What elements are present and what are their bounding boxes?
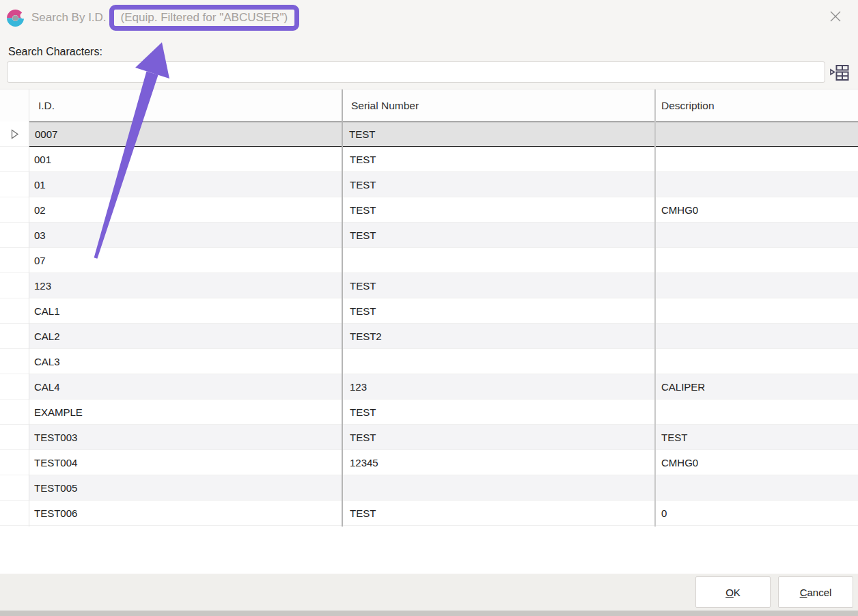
- table-row[interactable]: 02TESTCMHG0: [0, 197, 858, 223]
- cell-serial-number[interactable]: TEST: [342, 172, 654, 197]
- cell-serial-number[interactable]: TEST: [342, 223, 654, 247]
- close-icon[interactable]: [828, 9, 843, 24]
- table-body: 0007TEST001TEST01TEST02TESTCMHG003TEST07…: [0, 122, 858, 526]
- row-selector-cell[interactable]: [0, 324, 29, 349]
- table-row[interactable]: TEST006TEST0: [0, 501, 858, 526]
- cell-id[interactable]: TEST006: [29, 501, 342, 525]
- cell-id[interactable]: 01: [29, 172, 342, 197]
- cell-description[interactable]: 0: [654, 501, 858, 525]
- cell-description[interactable]: [654, 147, 858, 171]
- column-divider[interactable]: [342, 89, 343, 527]
- table-row[interactable]: TEST005: [0, 475, 858, 501]
- column-divider: [29, 89, 29, 527]
- cell-description[interactable]: CMHG0: [654, 450, 858, 475]
- cell-id[interactable]: TEST003: [29, 425, 342, 449]
- cell-serial-number[interactable]: TEST2: [342, 324, 654, 348]
- row-selector-cell[interactable]: [0, 450, 29, 475]
- cell-serial-number[interactable]: TEST: [342, 147, 654, 171]
- cell-description[interactable]: [654, 122, 858, 146]
- cell-id[interactable]: 07: [29, 248, 342, 272]
- table-row[interactable]: CAL1TEST: [0, 298, 858, 324]
- cell-id[interactable]: EXAMPLE: [29, 400, 342, 424]
- cell-serial-number[interactable]: TEST: [342, 298, 654, 323]
- cell-id[interactable]: CAL4: [29, 374, 342, 399]
- table-row-band: TEST00412345CMHG0: [29, 450, 858, 475]
- ok-button[interactable]: OK: [695, 576, 771, 608]
- column-header-serial-number[interactable]: Serial Number: [342, 89, 654, 122]
- table-row[interactable]: CAL3: [0, 349, 858, 374]
- cell-description[interactable]: [654, 324, 858, 348]
- cell-description[interactable]: TEST: [654, 425, 858, 449]
- dialog-title: Search By I.D.: [31, 11, 107, 25]
- cell-id[interactable]: 02: [29, 197, 342, 222]
- row-selector-cell[interactable]: [0, 248, 29, 273]
- cell-description[interactable]: [654, 400, 858, 424]
- row-selector-cell[interactable]: [0, 197, 29, 223]
- table-row[interactable]: 123TEST: [0, 273, 858, 298]
- column-header-id[interactable]: I.D.: [29, 89, 342, 122]
- row-selector-cell[interactable]: [0, 501, 29, 526]
- row-selector-cell[interactable]: [0, 298, 29, 324]
- row-selector-cell[interactable]: [0, 349, 29, 374]
- column-header-description[interactable]: Description: [654, 89, 858, 122]
- cell-serial-number[interactable]: TEST: [341, 122, 654, 146]
- cell-id[interactable]: TEST005: [29, 475, 342, 500]
- table-row[interactable]: 03TEST: [0, 223, 858, 248]
- table-row[interactable]: 01TEST: [0, 172, 858, 197]
- table-row-band: CAL4123CALIPER: [29, 374, 858, 400]
- cell-id[interactable]: CAL3: [29, 349, 342, 374]
- cell-id[interactable]: CAL2: [29, 324, 342, 348]
- row-selector-cell[interactable]: [0, 273, 29, 298]
- table-row[interactable]: CAL4123CALIPER: [0, 374, 858, 400]
- table-row[interactable]: EXAMPLETEST: [0, 400, 858, 425]
- row-selector-cell[interactable]: [0, 374, 29, 400]
- cell-id[interactable]: 001: [29, 147, 342, 171]
- row-selector-cell[interactable]: [0, 425, 29, 450]
- cell-id[interactable]: 123: [29, 273, 342, 298]
- table-row[interactable]: CAL2TEST2: [0, 324, 858, 349]
- cell-description[interactable]: CMHG0: [654, 197, 858, 222]
- cell-description[interactable]: CALIPER: [654, 374, 858, 399]
- search-input[interactable]: [7, 61, 825, 83]
- grid-lookup-icon[interactable]: [828, 62, 851, 83]
- cell-serial-number[interactable]: [342, 248, 654, 272]
- app-logo-icon: [6, 9, 25, 27]
- cell-id[interactable]: TEST004: [29, 450, 342, 475]
- cell-description[interactable]: [654, 172, 858, 197]
- cell-serial-number[interactable]: [342, 475, 654, 500]
- cell-serial-number[interactable]: TEST: [342, 425, 654, 449]
- column-divider[interactable]: [654, 89, 656, 527]
- row-selector-cell[interactable]: [0, 223, 29, 248]
- table-row-band: 001TEST: [29, 147, 858, 172]
- row-selector-cell[interactable]: [0, 147, 29, 172]
- row-selector-cell[interactable]: [0, 400, 29, 425]
- table-row[interactable]: TEST00412345CMHG0: [0, 450, 858, 475]
- cell-serial-number[interactable]: TEST: [342, 273, 654, 298]
- table-row[interactable]: TEST003TESTTEST: [0, 425, 858, 450]
- cell-serial-number[interactable]: TEST: [342, 400, 654, 424]
- cell-id[interactable]: 0007: [29, 122, 341, 146]
- table-row[interactable]: 001TEST: [0, 147, 858, 172]
- cell-serial-number[interactable]: TEST: [342, 501, 654, 525]
- cell-serial-number[interactable]: [342, 349, 654, 374]
- cancel-button[interactable]: Cancel: [778, 576, 853, 608]
- table-row[interactable]: 0007TEST: [0, 122, 858, 147]
- cell-serial-number[interactable]: 12345: [342, 450, 654, 475]
- cell-description[interactable]: [654, 475, 858, 500]
- cell-description[interactable]: [654, 223, 858, 247]
- cell-serial-number[interactable]: 123: [342, 374, 654, 399]
- cell-description[interactable]: [654, 298, 858, 323]
- cell-description[interactable]: [654, 349, 858, 374]
- cell-serial-number[interactable]: TEST: [342, 197, 654, 222]
- search-by-id-dialog: Search By I.D. (Equip. Filtered for "ABC…: [0, 0, 858, 616]
- row-selector-icon: [10, 129, 19, 139]
- results-table: I.D. Serial Number Description 0007TEST0…: [0, 89, 858, 574]
- cell-id[interactable]: 03: [29, 223, 342, 247]
- row-selector-cell[interactable]: [0, 475, 29, 501]
- table-row[interactable]: 07: [0, 248, 858, 273]
- selected-row-indicator[interactable]: [0, 122, 29, 147]
- cell-description[interactable]: [654, 248, 858, 272]
- cell-id[interactable]: CAL1: [29, 298, 342, 323]
- cell-description[interactable]: [654, 273, 858, 298]
- row-selector-cell[interactable]: [0, 172, 29, 197]
